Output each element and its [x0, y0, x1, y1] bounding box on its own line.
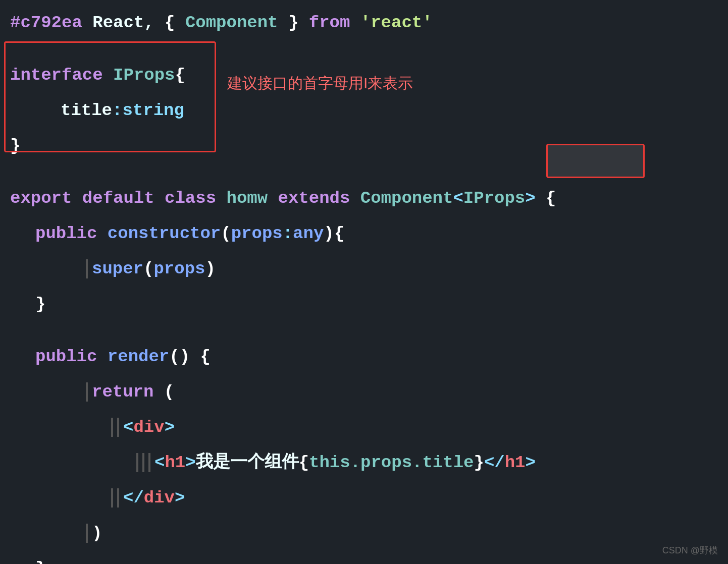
jsx-h1-end-close: >	[526, 454, 536, 471]
code-line-3: title : string	[10, 93, 718, 128]
text-this-props-title: this.props.title	[309, 454, 474, 471]
vertical-line8	[111, 488, 113, 507]
text-constructor: constructor	[108, 225, 221, 242]
sp10	[153, 383, 164, 401]
code-editor: #c792ea React, { Component } from 'react…	[0, 0, 728, 564]
code-line-4: }	[10, 128, 718, 163]
jsx-tag-div-open: div	[133, 419, 164, 436]
text-props: props	[231, 225, 283, 242]
sp4	[268, 190, 278, 207]
sp5	[350, 190, 360, 207]
paren-close3: )	[92, 525, 102, 542]
paren-open2: (	[143, 260, 153, 277]
code-line-11: < div >	[10, 410, 718, 445]
vertical-line4	[117, 418, 119, 437]
expr-close: }	[474, 454, 484, 471]
vertical-line7	[148, 453, 150, 472]
jsx-div-close-bracket: </	[123, 489, 144, 506]
jsx-h1-close-bracket: >	[185, 454, 195, 471]
code-line-12: < h1 > 我是一个组件 { this.props.title } </ h1…	[10, 445, 718, 480]
vertical-line9	[117, 488, 119, 507]
text-render: render	[108, 348, 169, 365]
keyword-interface: interface	[10, 67, 103, 84]
keyword-export: export	[10, 190, 72, 207]
text-space2	[350, 14, 360, 31]
code-line-15: }	[10, 551, 718, 564]
sp3	[216, 190, 226, 207]
code-line-empty1	[10, 40, 718, 58]
paren-open3: ()	[169, 348, 190, 365]
code-line-5: export default class homw extends Compon…	[10, 181, 718, 216]
text-any: any	[293, 225, 324, 242]
code-line-10: return (	[10, 374, 718, 410]
vertical-line10	[86, 524, 88, 543]
jsx-tag-h1: h1	[165, 454, 185, 471]
vertical-line3	[111, 418, 113, 437]
code-line-9: public render () {	[10, 339, 718, 374]
keyword-public2: public	[35, 348, 97, 365]
brace-open3: {	[546, 190, 556, 207]
sp2	[154, 190, 165, 207]
string-react: 'react'	[360, 14, 433, 31]
text-component2: Component	[360, 190, 453, 207]
angle-open: <	[453, 190, 463, 207]
brace-close4: }	[35, 560, 45, 564]
jsx-bracket-close: >	[165, 419, 175, 436]
keyword-from: from	[309, 14, 350, 31]
brace-close: }	[278, 14, 299, 31]
text-iprops: IProps	[113, 67, 175, 84]
jsx-tag-div-close: div	[144, 489, 175, 506]
paren-close2: )	[205, 260, 215, 277]
code-line-8: }	[10, 287, 718, 322]
jsx-bracket-open: <	[123, 419, 133, 436]
brace-open: {	[165, 14, 185, 31]
keyword-import: #c792ea	[10, 14, 82, 31]
brace-open4: {	[200, 348, 210, 365]
watermark: CSDN @野模	[662, 544, 718, 556]
vertical-line5	[136, 453, 138, 472]
jsx-h1-open-bracket: <	[154, 454, 165, 471]
brace-close3: }	[35, 296, 45, 313]
code-line-7: super ( props )	[10, 251, 718, 287]
text-chinese: 我是一个组件	[196, 454, 299, 471]
code-line-14: )	[10, 516, 718, 551]
angle-close: >	[525, 190, 535, 207]
jsx-tag-h1-close: h1	[505, 454, 526, 471]
keyword-class: class	[165, 190, 216, 207]
expr-open: {	[299, 454, 309, 471]
keyword-return: return	[92, 383, 153, 401]
text-super: super	[92, 260, 143, 277]
text-react: React,	[82, 14, 165, 31]
vertical-line1	[86, 259, 88, 278]
keyword-public1: public	[35, 225, 97, 242]
class-homw: homw	[227, 190, 268, 207]
keyword-extends: extends	[278, 190, 350, 207]
paren-close: ){	[324, 225, 344, 242]
jsx-h1-end-bracket: </	[484, 454, 505, 471]
sp8	[97, 348, 107, 365]
sp6	[536, 190, 546, 207]
paren-open: (	[221, 225, 231, 242]
brace-close2: }	[10, 137, 20, 154]
sp9	[190, 348, 200, 365]
paren-open4: (	[164, 383, 174, 401]
text-space3	[103, 67, 113, 84]
text-space	[298, 14, 308, 31]
sp7	[97, 225, 107, 242]
keyword-default: default	[82, 190, 154, 207]
text-iprops2: IProps	[463, 190, 525, 207]
code-line-6: public constructor ( props : any ){	[10, 216, 718, 251]
text-title: title	[61, 102, 112, 119]
code-line-empty3	[10, 322, 718, 339]
brace-open2: {	[175, 67, 185, 84]
code-line-13: </ div >	[10, 480, 718, 516]
jsx-div-close-end: >	[175, 489, 185, 506]
text-component: Component	[185, 14, 278, 31]
code-line-empty2	[10, 163, 718, 181]
vertical-line2	[86, 382, 88, 402]
code-line-1: #c792ea React, { Component } from 'react…	[10, 5, 718, 40]
vertical-line6	[142, 453, 144, 472]
text-string-type: string	[122, 102, 184, 119]
colon2: :	[283, 225, 293, 242]
text-props2: props	[153, 260, 205, 277]
